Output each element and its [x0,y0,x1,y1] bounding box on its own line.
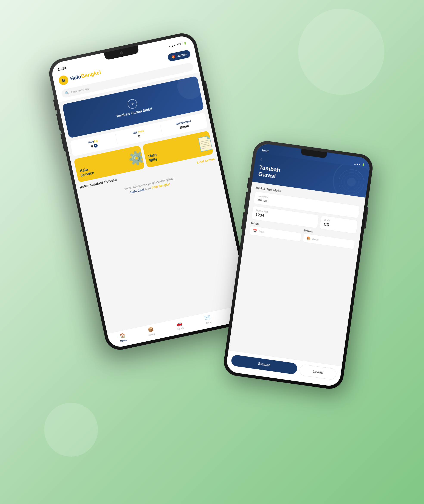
svg-point-0 [337,168,365,196]
nav-home-label: Home [120,339,127,342]
phone2-power-button [364,207,368,229]
svg-point-3 [346,177,356,187]
atau-text: atau [144,186,152,191]
phone1-vol-down-button [60,134,65,151]
phone1: 10:31 ▲▲▲ WiFi 🔋 B [46,31,256,353]
banner-text: Tambah Garasi Mobil [116,107,152,119]
svg-point-2 [343,174,359,190]
phone1-silent-button [53,100,56,111]
logo-icon: B [58,75,69,86]
phone2-battery-icon: 🔋 [362,163,365,166]
phone2-screen: 10:31 ▲▲▲ 🔋 [225,143,371,387]
home-icon: 🏠 [119,332,126,339]
phone1-time: 10:31 [57,66,67,72]
plus-icon: + [127,98,138,109]
phone1-frame: 10:31 ▲▲▲ WiFi 🔋 B [46,31,256,353]
phone2-vol-down [241,212,245,229]
nav-home[interactable]: 🏠 Home [108,330,138,345]
phone2-signal-icon: ▲▲▲ [354,162,361,166]
bills-icon: 📄 [195,134,213,153]
phone2-deco-pattern [336,166,367,198]
halomember-stat[interactable]: HaloMember Basic [160,115,207,135]
nav-inbox[interactable]: ✉️ Inbox [193,312,223,327]
nav-order[interactable]: 📦 Order [136,324,166,339]
phone2-form-scroll: Merk & Tipe Mobil Transmisi Manual Nomor… [226,182,365,382]
scene: 10:31 ▲▲▲ WiFi 🔋 B [61,26,363,478]
svg-point-1 [340,171,362,193]
wifi-icon: WiFi [177,42,182,46]
search-placeholder: Cari layanan [70,87,89,94]
warna-placeholder: Ketik [312,237,319,241]
garasi-icon: 🚗 [175,320,182,327]
service-gear-icon: ⚙️ [127,149,144,167]
phone2-frame: 10:31 ▲▲▲ 🔋 [222,139,374,391]
color-icon: 🎨 [306,236,311,241]
search-icon: 🔍 [64,90,69,95]
halopay-stat[interactable]: HaloPay 0 + [70,134,117,154]
phone2-silent-button [247,177,249,188]
hadiah-button[interactable]: 🎁 Hadiah [167,50,191,62]
battery-icon: 🔋 [183,41,187,45]
plate-suffix-field[interactable]: Kode CD [319,215,358,234]
nav-garasi-label: Garasi [176,327,184,330]
halopay-plus: + [93,143,98,148]
tahun-placeholder: Pilih [258,230,264,234]
order-icon: 📦 [147,326,154,333]
calendar-icon: 📅 [252,229,257,233]
bg-deco-2 [44,403,98,457]
signal-icon: ▲▲▲ [168,44,176,48]
phone1-vol-up-button [56,114,61,131]
logo-halo: Halo [69,73,82,82]
phone2-right-buttons [364,207,368,229]
phone2: 10:31 ▲▲▲ 🔋 [222,139,374,391]
nav-garasi[interactable]: 🚗 Garasi [164,318,194,333]
lewati-button[interactable]: Lewati [299,364,337,380]
halopoin-stat[interactable]: HaloPoin 0 [115,125,162,144]
nav-inbox-label: Inbox [205,321,212,324]
inbox-icon: ✉️ [204,314,211,321]
phone1-screen: 10:31 ▲▲▲ WiFi 🔋 B [50,34,252,349]
phone2-vol-up [244,191,247,209]
phone1-camera [120,51,123,55]
phone1-app-content: B HaloBengkel 🎁 Hadiah [52,44,252,349]
nav-order-label: Order [148,333,155,336]
logo-text: HaloBengkel [69,69,101,82]
lihat-semua-link[interactable]: Lihat Semua [197,157,215,164]
logo-bengkel: Bengkel [81,69,101,79]
gift-icon: 🎁 [171,55,176,59]
bg-deco-1 [298,9,384,95]
